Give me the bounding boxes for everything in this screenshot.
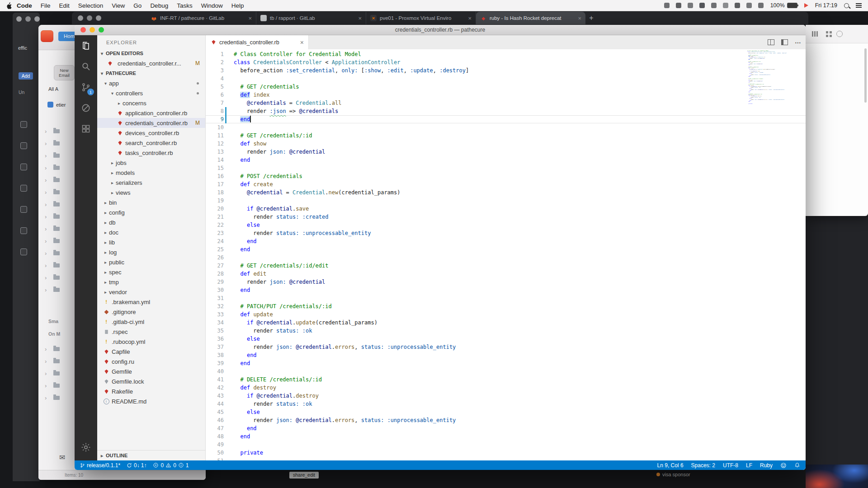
battery-status[interactable]: 100%	[770, 2, 797, 9]
code-line[interactable]: 37 render json: @credential.errors, stat…	[206, 343, 806, 351]
code-line[interactable]: 3 before_action :set_credential, only: […	[206, 66, 806, 75]
menu-help[interactable]: Help	[231, 2, 244, 9]
tree-file--brakeman-yml[interactable]: !.brakeman.yml	[97, 297, 205, 307]
menubar-app-icon[interactable]	[758, 3, 764, 8]
split-editor-icon[interactable]	[768, 39, 774, 45]
code-line[interactable]: 5 # GET /credentials	[206, 83, 806, 91]
tree-file--rubocop-yml[interactable]: !.rubocop.yml	[97, 337, 205, 347]
code-line[interactable]: 47 end	[206, 424, 806, 432]
tree-file-application-controller-rb[interactable]: application_controller.rb	[97, 108, 205, 118]
code-line[interactable]: 35 render status: :ok	[206, 327, 806, 335]
menu-tasks[interactable]: Tasks	[177, 2, 193, 9]
menubar-app-icon[interactable]	[735, 3, 740, 8]
code-line[interactable]: 1# Class Controller for Credential Model	[206, 50, 806, 58]
scrollbar-thumb[interactable]	[864, 48, 867, 103]
editor-tab-active[interactable]: credentials_controller.rb ×	[206, 35, 309, 49]
code-line[interactable]: 41 # DELETE /credentials/:id	[206, 375, 806, 384]
add-button[interactable]: Add	[19, 72, 33, 80]
mail-folder-row[interactable]: ›	[45, 284, 60, 296]
tree-folder-lib[interactable]: ▸lib	[97, 237, 205, 247]
code-line[interactable]: 48 end	[206, 432, 806, 441]
checkbox[interactable]	[20, 249, 27, 255]
checkbox[interactable]	[20, 121, 27, 128]
menubar-app-icon[interactable]	[699, 3, 705, 8]
project-header[interactable]: ▾PATHECURE	[97, 68, 205, 78]
apple-menu-icon[interactable]	[6, 2, 12, 9]
flag-icon[interactable]	[804, 3, 808, 8]
close-tab-icon[interactable]: ×	[248, 15, 252, 22]
columns-icon[interactable]	[812, 31, 813, 37]
code-line[interactable]: 27 # GET /credentials/:id/edit	[206, 262, 806, 270]
mail-folder-row[interactable]: ›	[45, 380, 60, 392]
tree-file-rakefile[interactable]: Rakefile	[97, 386, 205, 396]
code-line[interactable]: 4	[206, 75, 806, 83]
activitybar-debug[interactable]	[75, 98, 97, 118]
tree-folder-public[interactable]: ▸public	[97, 257, 205, 267]
menu-debug[interactable]: Debug	[150, 2, 168, 9]
code-line[interactable]: 10	[206, 123, 806, 131]
mail-folder-row[interactable]: ›	[45, 223, 60, 235]
code-line[interactable]: 9 end	[206, 115, 806, 123]
activitybar-source-control[interactable]: 1	[75, 77, 97, 98]
new-email-button[interactable]: New Email	[54, 65, 75, 80]
mail-folder-row[interactable]: ›	[45, 235, 60, 247]
circle-icon[interactable]	[836, 31, 843, 37]
mail-folder-row[interactable]: ›	[45, 174, 60, 186]
code-line[interactable]: 38 end	[206, 351, 806, 359]
all-accounts-label[interactable]: All A	[48, 86, 58, 92]
mail-folder-row[interactable]: ›	[45, 137, 60, 150]
code-line[interactable]: 26	[206, 253, 806, 262]
tree-folder-concerns[interactable]: ▸concerns	[97, 98, 205, 108]
notification-center-icon[interactable]	[856, 3, 862, 8]
browser-tab[interactable]: ×pve01 - Proxmox Virtual Enviro×	[366, 12, 476, 24]
code-line[interactable]: 12 def show	[206, 140, 806, 148]
menubar-app-icon[interactable]	[676, 3, 681, 8]
code-line[interactable]: 13 render json: @credential	[206, 148, 806, 156]
code-line[interactable]: 22 else	[206, 221, 806, 229]
tree-file-credentials-controller-rb[interactable]: credentials_controller.rbM	[97, 118, 205, 128]
zoom-button[interactable]	[96, 15, 101, 21]
checkbox[interactable]	[20, 206, 27, 213]
tree-folder-config[interactable]: ▸config	[97, 207, 205, 217]
grid-icon[interactable]	[826, 31, 828, 33]
language-mode[interactable]: Ruby	[760, 462, 773, 469]
mail-folder-row[interactable]: ›	[45, 259, 60, 272]
code-line[interactable]: 8 render :json => @credentials	[206, 107, 806, 115]
code-line[interactable]: 46 render json: @credential.errors, stat…	[206, 416, 806, 424]
tree-folder-vendor[interactable]: ▸vendor	[97, 287, 205, 297]
code-line[interactable]: 45 else	[206, 408, 806, 416]
mail-folder-row[interactable]: ›	[45, 272, 60, 284]
menu-view[interactable]: View	[112, 2, 125, 9]
browser-window-controls[interactable]	[72, 15, 101, 21]
tree-file--gitignore[interactable]: .gitignore	[97, 307, 205, 317]
code-line[interactable]: 31	[206, 294, 806, 302]
tree-folder-models[interactable]: ▸models	[97, 168, 205, 178]
more-actions-icon[interactable]: ⋯	[795, 40, 801, 45]
open-editor-item[interactable]: credentials_controller.r...M	[97, 58, 205, 68]
menu-edit[interactable]: Edit	[59, 2, 70, 9]
feedback-smiley-icon[interactable]	[780, 462, 787, 469]
close-tab-icon[interactable]: ×	[358, 15, 362, 22]
window-controls[interactable]	[13, 13, 40, 22]
activitybar-settings[interactable]	[75, 437, 97, 458]
mail-folder-row[interactable]: ›	[45, 198, 60, 211]
menu-file[interactable]: File	[41, 2, 51, 9]
mail-folder-row[interactable]: ›	[45, 343, 60, 355]
open-editors-header[interactable]: ▾OPEN EDITORS	[97, 48, 205, 58]
menubar-app-icon[interactable]	[711, 3, 717, 8]
menubar-app-icon[interactable]	[688, 3, 693, 8]
code-line[interactable]: 2class CredentialsController < Applicati…	[206, 58, 806, 66]
mail-folder-row[interactable]: ›	[45, 162, 60, 174]
checkbox[interactable]	[20, 164, 27, 170]
code-line[interactable]: 20 if @credential.save	[206, 205, 806, 213]
encoding[interactable]: UTF-8	[723, 462, 738, 469]
close-tab-icon[interactable]: ×	[300, 39, 304, 46]
tree-folder-serializers[interactable]: ▸serializers	[97, 178, 205, 188]
code-line[interactable]: 30 end	[206, 286, 806, 294]
tree-folder-doc[interactable]: ▸doc	[97, 227, 205, 237]
tree-folder-controllers[interactable]: ▾controllers	[97, 88, 205, 98]
browser-tab[interactable]: ◆ruby - Is Hash Rocket deprecat×	[476, 12, 585, 24]
envelope-icon[interactable]: ✉	[59, 453, 65, 462]
code-line[interactable]: 16 # POST /credentials	[206, 172, 806, 180]
code-line[interactable]: 33 def update	[206, 310, 806, 319]
